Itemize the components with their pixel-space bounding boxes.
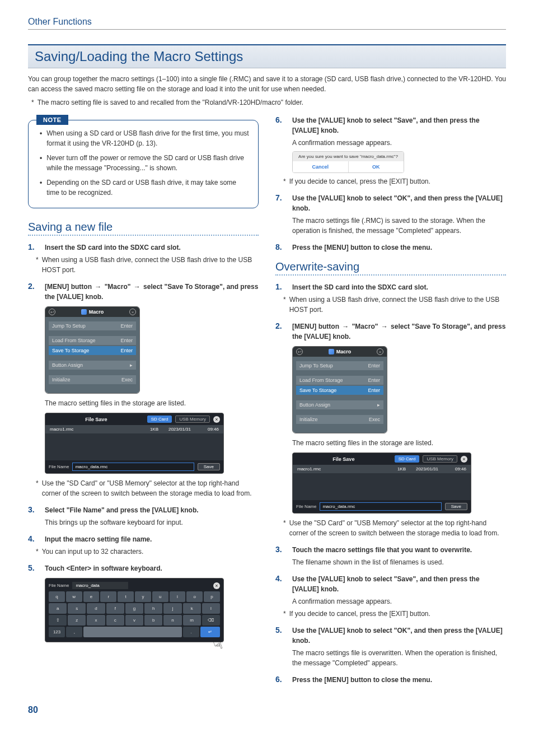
step-number: 4. (28, 534, 40, 543)
asterisk-icon: * (36, 478, 39, 498)
intro-paragraph: You can group together the macro setting… (28, 74, 506, 94)
ok-button: OK (348, 161, 404, 172)
step-number: 5. (28, 563, 40, 572)
step-number: 6. (275, 675, 288, 684)
step-4: 4. Input the macro setting file name. * … (28, 534, 259, 557)
num-key: 123 (49, 627, 65, 637)
usb-memory-tab: USB Memory (423, 455, 457, 463)
asterisk-icon: * (283, 176, 286, 186)
dot-key: . (183, 627, 199, 637)
dotted-rule (275, 274, 506, 276)
step-number: 2. (28, 282, 40, 291)
section-header: Other Functions (28, 17, 506, 30)
asterisk-icon: * (36, 547, 39, 557)
save-button: Save (198, 463, 220, 470)
right-column: 6. Use the [VALUE] knob to select "Save"… (275, 115, 506, 692)
step-title: Use the [VALUE] knob to select "OK", and… (292, 626, 506, 646)
note-box: NOTE When using a SD card or USB flash d… (28, 120, 259, 208)
arrow-icon: → (133, 282, 142, 292)
step-7: 7. Use the [VALUE] knob to select "OK", … (275, 193, 506, 236)
step-number: 5. (275, 626, 288, 634)
step-body: The filename shown in the list of filena… (292, 557, 506, 567)
overwrite-saving-heading: Overwrite-saving (275, 260, 506, 273)
file-save-title: File Save (49, 417, 144, 422)
step-number: 1. (275, 282, 288, 291)
close-icon: × (129, 309, 136, 315)
step-number: 8. (275, 242, 288, 251)
step-title: Press the [MENU] button to close the men… (292, 675, 506, 685)
ow-step-6: 6. Press the [MENU] button to close the … (275, 675, 506, 685)
intro-note-text: The macro setting file is saved to and r… (38, 97, 303, 108)
step-number: 2. (275, 321, 288, 330)
ow-step-2: 2. [MENU] button → "Macro" → select "Sav… (275, 321, 506, 538)
step-body: The macro settings file (.RMC) is saved … (292, 216, 506, 236)
step-8: 8. Press the [MENU] button to close the … (275, 242, 506, 253)
asterisk-icon: * (283, 518, 286, 538)
file-save-title: File Save (296, 456, 391, 462)
dotted-rule (28, 235, 259, 236)
arrow-icon: → (341, 321, 350, 332)
page-title: Saving/Loading the Macro Settings (28, 44, 506, 68)
step-title: [MENU] button → "Macro" → select "Save T… (292, 321, 506, 342)
step-3: 3. Select "File Name" and press the [VAL… (28, 505, 259, 528)
step-note: * Use the "SD Card" or "USB Memory" sele… (36, 478, 259, 498)
doc-icon (81, 309, 87, 315)
step-6: 6. Use the [VALUE] knob to select "Save"… (275, 115, 506, 186)
step-title: Insert the SD card into the SDXC card sl… (45, 242, 259, 253)
step-note: * When using a USB flash drive, connect … (283, 295, 506, 315)
close-icon: × (213, 416, 220, 423)
note-item: When using a SD card or USB flash drive … (46, 128, 249, 148)
close-icon: × (461, 456, 467, 463)
asterisk-icon: * (36, 255, 39, 275)
asterisk-icon: * (31, 97, 34, 108)
step-body: A confirmation message appears. (292, 596, 506, 606)
space-key (83, 627, 181, 637)
step-number: 1. (28, 242, 40, 251)
step-note: * When using a USB flash drive, connect … (36, 255, 259, 275)
step-number: 4. (275, 574, 288, 583)
note-item: Depending on the SD card or USB flash dr… (46, 178, 249, 198)
left-column: NOTE When using a SD card or USB flash d… (28, 115, 259, 692)
file-save-panel: File Save SD Card USB Memory × macro1.rm… (45, 413, 224, 474)
asterisk-icon: * (283, 609, 286, 619)
step-number: 6. (275, 115, 288, 124)
macro-menu-screenshot: ↩ Macro × Jump To SetupEnter Load From S… (292, 346, 387, 433)
arrow-icon: → (380, 321, 389, 332)
sd-card-tab: SD Card (395, 455, 420, 463)
back-icon: ↩ (49, 309, 55, 315)
step-title: Touch <Enter> in software keyboard. (45, 563, 259, 573)
intro-note: * The macro setting file is saved to and… (31, 97, 506, 108)
step-number: 7. (275, 193, 288, 202)
asterisk-icon: * (283, 295, 286, 315)
file-name-field: macro_data.rmc (72, 463, 194, 471)
step-title: Use the [VALUE] knob to select "Save", a… (292, 574, 506, 594)
software-keyboard-screenshot: File Name macro_data × qwertyuiop asdfgh… (45, 578, 224, 642)
file-name-label: File Name (49, 464, 69, 469)
step-note: * You can input up to 32 characters. (36, 547, 259, 557)
kbd-row: ⇧zxcvbnm⌫ (49, 615, 220, 626)
usb-memory-tab: USB Memory (175, 416, 210, 423)
file-save-panel: File Save SD Card USB Memory × macro1.rm… (292, 452, 471, 514)
step-2: 2. [MENU] button → "Macro" → select "Sav… (28, 282, 259, 498)
step-caption: The macro setting files in the storage a… (45, 398, 259, 408)
kbd-filename-label: File Name (49, 583, 69, 588)
step-note: * If you decide to cancel, press the [EX… (283, 609, 506, 619)
step-title: Use the [VALUE] knob to select "Save", a… (292, 115, 506, 136)
close-icon: × (213, 582, 220, 589)
ow-step-3: 3. Touch the macro settings file that yo… (275, 545, 506, 567)
step-title: Input the macro setting file name. (45, 534, 259, 544)
step-note: * If you decide to cancel, press the [EX… (283, 176, 506, 186)
step-5: 5. Touch <Enter> in software keyboard. F… (28, 563, 259, 642)
file-row: macro1.rmc 1KB 2023/01/31 09:46 (45, 425, 223, 433)
close-icon: × (377, 348, 383, 355)
back-icon: ↩ (296, 348, 303, 355)
sd-card-tab: SD Card (147, 416, 172, 423)
step-title: Use the [VALUE] knob to select "OK", and… (292, 193, 506, 213)
page-number: 80 (28, 705, 506, 715)
file-row: macro1.rmc 1KB 2023/01/31 09:46 (293, 465, 471, 473)
confirm-dialog: Are you sure you want to save "macro_dat… (292, 151, 404, 173)
step-number: 3. (275, 545, 288, 554)
step-title: Press the [MENU] button to close the men… (292, 242, 506, 253)
ow-step-5: 5. Use the [VALUE] knob to select "OK", … (275, 626, 506, 668)
macro-menu-screenshot: ↩ Macro × Jump To SetupEnter Load From S… (45, 306, 140, 394)
